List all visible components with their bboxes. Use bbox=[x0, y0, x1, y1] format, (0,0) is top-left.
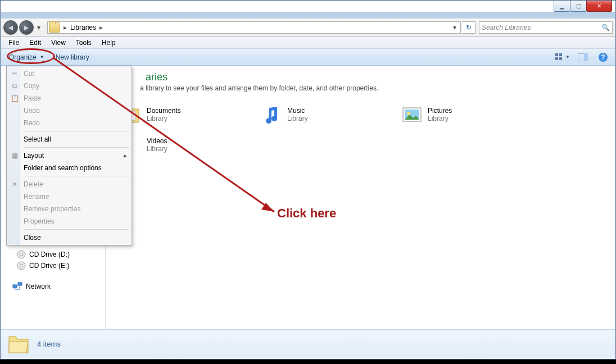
menu-label: Properties bbox=[24, 217, 55, 225]
library-item-documents[interactable]: DocumentsLibrary bbox=[114, 104, 255, 125]
menu-label: Layout bbox=[24, 152, 44, 160]
menu-label: Paste bbox=[24, 94, 41, 102]
menu-label: Undo bbox=[24, 107, 40, 115]
menu-label: Cut bbox=[24, 70, 34, 78]
svg-rect-1 bbox=[559, 53, 562, 56]
menu-item-cut[interactable]: ✂Cut bbox=[8, 67, 130, 80]
folder-icon bbox=[49, 22, 60, 33]
library-type: Library bbox=[287, 115, 308, 122]
svg-rect-3 bbox=[559, 57, 562, 60]
organize-label: Organize bbox=[9, 53, 37, 61]
svg-rect-0 bbox=[555, 53, 558, 56]
menu-view[interactable]: View bbox=[47, 38, 70, 48]
menu-tools[interactable]: Tools bbox=[72, 38, 96, 48]
close-button[interactable]: ✕ bbox=[586, 1, 612, 12]
network-icon bbox=[12, 281, 22, 292]
menu-help[interactable]: Help bbox=[98, 38, 120, 48]
menu-item-paste[interactable]: 📋Paste bbox=[8, 92, 130, 104]
sidebar-label: CD Drive (E:) bbox=[29, 262, 69, 270]
library-name: Music bbox=[287, 107, 308, 115]
library-name: Pictures bbox=[428, 107, 452, 115]
chevron-right-icon[interactable]: ▸ bbox=[97, 24, 105, 31]
chevron-right-icon: ▸ bbox=[124, 152, 127, 160]
help-button[interactable]: ? bbox=[596, 52, 610, 63]
chevron-down-icon: ▼ bbox=[40, 54, 44, 60]
explorer-window: ▁ ▢ ✕ ◄ ► ▾ ▸ Libraries ▸ ▾ ↻ Search Lib… bbox=[0, 0, 616, 360]
menu-item-remove-properties[interactable]: Remove properties bbox=[8, 203, 130, 215]
music-icon bbox=[260, 104, 283, 125]
menu-item-layout[interactable]: ▦Layout▸ bbox=[8, 149, 130, 162]
disc-icon bbox=[17, 250, 26, 259]
sidebar-item-network[interactable]: Network bbox=[1, 280, 105, 293]
address-bar[interactable]: ▸ Libraries ▸ ▾ bbox=[47, 21, 461, 34]
chevron-right-icon[interactable]: ▸ bbox=[61, 24, 69, 31]
sidebar-item-cd-e[interactable]: CD Drive (E:) bbox=[1, 260, 105, 271]
copy-icon: ⧉ bbox=[10, 81, 19, 90]
menu-label: Remove properties bbox=[24, 205, 80, 213]
page-title: aries bbox=[114, 71, 607, 83]
menu-label: Rename bbox=[24, 193, 49, 201]
menu-label: Close bbox=[24, 234, 41, 242]
folder-icon bbox=[7, 334, 30, 355]
organize-button[interactable]: Organize ▼ bbox=[6, 52, 48, 62]
svg-rect-5 bbox=[584, 53, 588, 61]
library-type: Library bbox=[428, 115, 452, 122]
organize-menu: ✂Cut ⧉Copy 📋Paste Undo Redo Select all ▦… bbox=[6, 66, 132, 245]
refresh-button[interactable]: ↻ bbox=[462, 21, 475, 34]
disc-icon bbox=[17, 261, 26, 270]
breadcrumb-libraries[interactable]: Libraries bbox=[70, 24, 96, 31]
library-item-music[interactable]: MusicLibrary bbox=[255, 104, 395, 125]
cut-icon: ✂ bbox=[10, 69, 19, 78]
menu-item-select-all[interactable]: Select all bbox=[8, 133, 130, 145]
window-controls: ▁ ▢ ✕ bbox=[554, 1, 612, 12]
menu-label: Redo bbox=[24, 119, 40, 127]
menu-item-undo[interactable]: Undo bbox=[8, 104, 130, 117]
svg-point-11 bbox=[20, 265, 23, 267]
library-item-videos[interactable]: VideosLibrary bbox=[114, 135, 255, 155]
menu-item-folder-options[interactable]: Folder and search options bbox=[8, 162, 130, 174]
minimize-button[interactable]: ▁ bbox=[554, 1, 570, 12]
menu-bar: File Edit View Tools Help bbox=[1, 37, 615, 49]
pictures-icon bbox=[401, 104, 423, 125]
minimize-icon: ▁ bbox=[560, 3, 564, 9]
menu-item-copy[interactable]: ⧉Copy bbox=[8, 80, 130, 92]
sidebar-label: CD Drive (D:) bbox=[29, 251, 70, 258]
address-dropdown[interactable]: ▾ bbox=[450, 24, 459, 31]
close-icon: ✕ bbox=[597, 3, 601, 9]
chevron-down-icon: ▼ bbox=[565, 54, 570, 60]
nav-bar: ◄ ► ▾ ▸ Libraries ▸ ▾ ↻ Search Libraries… bbox=[1, 19, 615, 37]
page-subtitle: a library to see your files and arrange … bbox=[114, 84, 607, 92]
maximize-icon: ▢ bbox=[576, 3, 581, 9]
maximize-button[interactable]: ▢ bbox=[570, 1, 587, 12]
svg-rect-2 bbox=[555, 57, 558, 60]
search-placeholder: Search Libraries bbox=[482, 24, 531, 31]
paste-icon: 📋 bbox=[10, 94, 19, 103]
svg-rect-12 bbox=[13, 285, 17, 288]
menu-item-rename[interactable]: Rename bbox=[8, 190, 130, 203]
new-library-button[interactable]: New library bbox=[51, 52, 94, 62]
menu-label: Folder and search options bbox=[24, 164, 102, 172]
menu-edit[interactable]: Edit bbox=[25, 38, 45, 48]
search-icon: 🔍 bbox=[601, 24, 610, 31]
command-bar: Organize ▼ New library ▼ ? bbox=[1, 49, 615, 66]
delete-icon: ✕ bbox=[10, 180, 19, 189]
menu-item-properties[interactable]: Properties bbox=[8, 215, 130, 228]
content-pane: aries a library to see your files and ar… bbox=[106, 66, 615, 329]
item-count: 4 items bbox=[37, 340, 61, 348]
library-item-pictures[interactable]: PicturesLibrary bbox=[395, 104, 536, 125]
menu-item-delete[interactable]: ✕Delete bbox=[8, 178, 130, 190]
menu-file[interactable]: File bbox=[4, 38, 23, 48]
preview-pane-button[interactable] bbox=[576, 52, 590, 63]
view-options-button[interactable]: ▼ bbox=[555, 52, 570, 63]
layout-icon: ▦ bbox=[10, 151, 19, 160]
search-input[interactable]: Search Libraries 🔍 bbox=[479, 21, 613, 34]
nav-history-dropdown[interactable]: ▾ bbox=[35, 20, 43, 35]
menu-label: Delete bbox=[24, 180, 43, 188]
menu-label: Select all bbox=[24, 135, 51, 143]
menu-item-redo[interactable]: Redo bbox=[8, 117, 130, 129]
back-button[interactable]: ◄ bbox=[3, 20, 18, 35]
menu-item-close[interactable]: Close bbox=[8, 231, 130, 244]
sidebar-label: Network bbox=[26, 283, 51, 290]
forward-button[interactable]: ► bbox=[19, 20, 34, 35]
sidebar-item-cd-d[interactable]: CD Drive (D:) bbox=[1, 249, 105, 260]
